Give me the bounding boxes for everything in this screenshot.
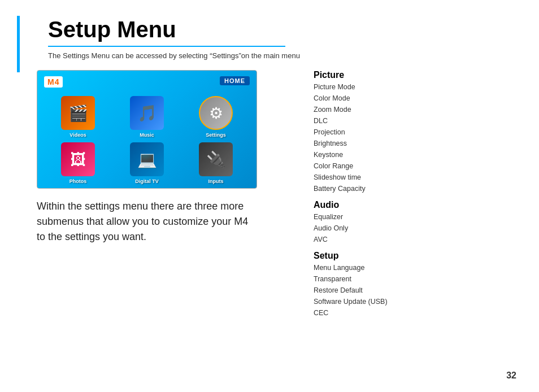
picture-section: Picture Picture Mode Color Mode Zoom Mod… <box>314 70 438 194</box>
picture-title: Picture <box>314 70 438 80</box>
photos-label: Photos <box>69 178 87 184</box>
settings-label: Settings <box>206 132 226 138</box>
photos-icon: 🖼 <box>61 142 95 176</box>
picture-items: Picture Mode Color Mode Zoom Mode DLC Pr… <box>314 81 438 194</box>
header-section: Setup Menu The Settings Menu can be acce… <box>40 17 511 60</box>
videos-label: Videos <box>69 132 86 138</box>
list-item: 🎵 Music <box>115 96 179 138</box>
left-column: M4 HOME 🎬 Videos 🎵 Music ⚙ Settings <box>37 70 297 324</box>
blue-accent-bar <box>17 16 20 72</box>
inputs-label: Inputs <box>208 178 224 184</box>
audio-section: Audio Equalizer Audio Only AVC <box>314 200 438 245</box>
list-item: Audio Only <box>314 223 438 234</box>
music-label: Music <box>140 132 154 138</box>
audio-title: Audio <box>314 200 438 210</box>
list-item: Restore Default <box>314 285 438 296</box>
music-icon: 🎵 <box>130 96 164 130</box>
list-item: Projection <box>314 127 438 138</box>
inputs-icon: 🔌 <box>199 142 233 176</box>
right-column: Picture Picture Mode Color Mode Zoom Mod… <box>314 70 438 324</box>
audio-items: Equalizer Audio Only AVC <box>314 211 438 245</box>
digitaltv-icon: 💻 <box>130 142 164 176</box>
list-item: Color Mode <box>314 93 438 104</box>
page-title: Setup Menu <box>48 17 511 42</box>
list-item: Zoom Mode <box>314 104 438 115</box>
list-item: Menu Language <box>314 262 438 273</box>
icon-grid: 🎬 Videos 🎵 Music ⚙ Settings 🖼 Photos <box>43 93 251 187</box>
list-item: Equalizer <box>314 211 438 223</box>
home-button-label: HOME <box>220 76 250 85</box>
list-item: 🔌 Inputs <box>184 142 248 184</box>
list-item: Brightness <box>314 138 438 149</box>
setup-items: Menu Language Transparent Restore Defaul… <box>314 262 438 319</box>
page-number: 32 <box>506 371 516 381</box>
list-item: Picture Mode <box>314 81 438 93</box>
description-text: Within the settings menu there are three… <box>37 199 251 245</box>
videos-icon: 🎬 <box>61 96 95 130</box>
list-item: Software Update (USB) <box>314 296 438 307</box>
settings-icon: ⚙ <box>199 96 233 130</box>
list-item: Slideshow time <box>314 172 438 183</box>
setup-title: Setup <box>314 251 438 261</box>
list-item: 💻 Digital TV <box>115 142 179 184</box>
list-item: AVC <box>314 234 438 245</box>
list-item: Transparent <box>314 273 438 285</box>
m4-logo: M4 <box>44 76 63 88</box>
list-item: 🎬 Videos <box>46 96 110 138</box>
device-screenshot: M4 HOME 🎬 Videos 🎵 Music ⚙ Settings <box>37 70 257 189</box>
list-item: CEC <box>314 307 438 319</box>
list-item: Battery Capacity <box>314 183 438 194</box>
setup-section: Setup Menu Language Transparent Restore … <box>314 251 438 319</box>
header-divider <box>48 46 285 47</box>
list-item: Color Range <box>314 160 438 172</box>
main-content: M4 HOME 🎬 Videos 🎵 Music ⚙ Settings <box>37 70 511 324</box>
list-item: ⚙ Settings <box>184 96 248 138</box>
list-item: 🖼 Photos <box>46 142 110 184</box>
list-item: DLC <box>314 115 438 127</box>
list-item: Keystone <box>314 149 438 160</box>
subtitle: The Settings Menu can be accessed by sel… <box>48 51 511 60</box>
digitaltv-label: Digital TV <box>135 178 159 184</box>
